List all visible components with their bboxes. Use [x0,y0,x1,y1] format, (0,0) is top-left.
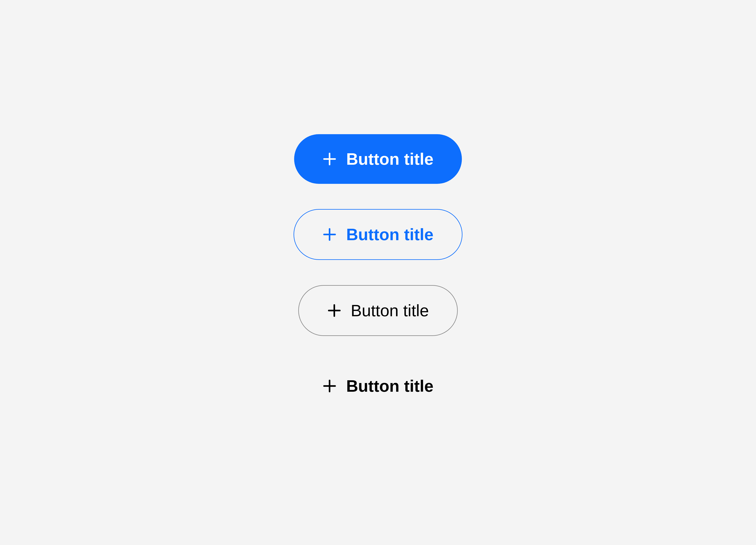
button-label: Button title [346,378,433,394]
button-label: Button title [351,302,429,319]
button-label: Button title [346,226,433,243]
outline-gray-button[interactable]: Button title [298,285,458,336]
plus-icon [327,304,341,318]
plus-icon [322,227,337,241]
primary-button[interactable]: Button title [294,134,462,184]
plus-icon [322,152,337,166]
outline-blue-button[interactable]: Button title [294,209,462,260]
plus-icon [322,379,337,393]
button-label: Button title [346,151,433,167]
button-showcase-container: Button title Button title Button title [294,134,462,411]
text-button[interactable]: Button title [322,361,433,411]
